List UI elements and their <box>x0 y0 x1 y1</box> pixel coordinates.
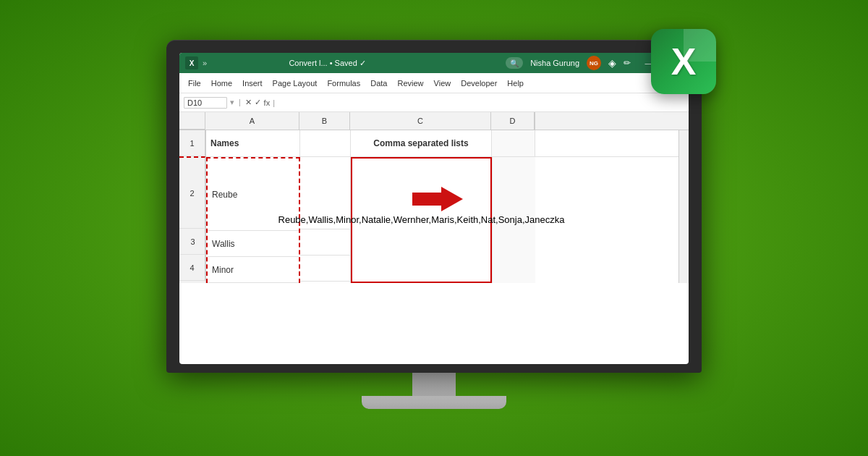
merged-rows-area: Reube Wallis Minor <box>206 157 678 283</box>
pipe-separator: | <box>239 98 241 106</box>
menu-developer[interactable]: Developer <box>456 77 501 89</box>
excel-menubar: File Home Insert Page Layout Formulas Da… <box>179 73 689 93</box>
row-headers: 1 2 3 4 <box>179 130 206 283</box>
vertical-scrollbar[interactable] <box>678 130 689 283</box>
cell-a1[interactable]: Names <box>206 130 300 156</box>
menu-data[interactable]: Data <box>366 77 391 89</box>
search-icon[interactable]: 🔍 <box>506 57 523 69</box>
cell-c1[interactable]: Comma separated lists <box>351 130 492 156</box>
cell-d1 <box>492 130 535 156</box>
row-header-4: 4 <box>179 255 205 281</box>
table-row: Names Comma separated lists <box>206 130 678 157</box>
pen-icon: ✏ <box>624 58 631 68</box>
red-arrow-svg <box>409 180 467 219</box>
user-initials: NG <box>590 60 598 67</box>
formula-cancel[interactable]: ✕ <box>245 98 252 107</box>
window-title: Convert l... • Saved ✓ <box>179 59 501 68</box>
name-box-dropdown[interactable]: ▾ <box>230 98 234 107</box>
cell-a3[interactable]: Wallis <box>208 231 299 257</box>
name-box[interactable] <box>184 97 227 109</box>
scrollbar-top <box>535 112 545 130</box>
corner-cell <box>179 112 205 130</box>
col-header-a: A <box>205 112 299 130</box>
pipe2: | <box>273 98 275 107</box>
excel-formulabar: ▾ | ✕ ✓ fx | <box>179 93 689 112</box>
row-header-1: 1 <box>179 130 205 156</box>
menu-home[interactable]: Home <box>207 77 237 89</box>
cell-c-merged[interactable]: Reube,Wallis,Minor,Natalie,Wernher,Maris… <box>351 157 492 283</box>
user-avatar: NG <box>587 56 601 70</box>
menu-formulas[interactable]: Formulas <box>323 77 365 89</box>
user-name: Nisha Gurung <box>530 59 579 67</box>
monitor: X » Convert l... • Saved ✓ 🔍 Nisha Gurun… <box>152 40 716 416</box>
excel-titlebar: X » Convert l... • Saved ✓ 🔍 Nisha Gurun… <box>179 53 689 73</box>
menu-pagelayout[interactable]: Page Layout <box>268 77 322 89</box>
formula-fx[interactable]: fx <box>264 98 271 107</box>
cell-b1 <box>300 130 351 156</box>
menu-view[interactable]: View <box>430 77 456 89</box>
row-header-3: 3 <box>179 229 205 255</box>
menu-review[interactable]: Review <box>393 77 427 89</box>
cell-a4[interactable]: Minor <box>208 257 299 283</box>
menu-file[interactable]: File <box>184 77 205 89</box>
cell-b4 <box>300 256 350 282</box>
excel-logo-letter: X <box>671 43 697 80</box>
excel-logo-badge: X <box>651 29 716 94</box>
monitor-stand-base <box>362 396 506 409</box>
col-header-d: D <box>491 112 535 130</box>
monitor-stand-neck <box>412 373 456 396</box>
cell-b3 <box>300 229 350 256</box>
row-header-2: 2 <box>179 156 205 229</box>
col-header-b: B <box>299 112 350 130</box>
formula-confirm[interactable]: ✓ <box>255 98 261 107</box>
menu-help[interactable]: Help <box>503 77 528 89</box>
menu-insert[interactable]: Insert <box>238 77 267 89</box>
column-headers: A B C D <box>179 112 689 130</box>
svg-marker-1 <box>412 187 463 211</box>
diamond-icon: ◈ <box>608 57 616 69</box>
scene: X X » Convert l... • Saved ✓ 🔍 Nisha Gur… <box>109 22 760 434</box>
col-header-c: C <box>350 112 491 130</box>
